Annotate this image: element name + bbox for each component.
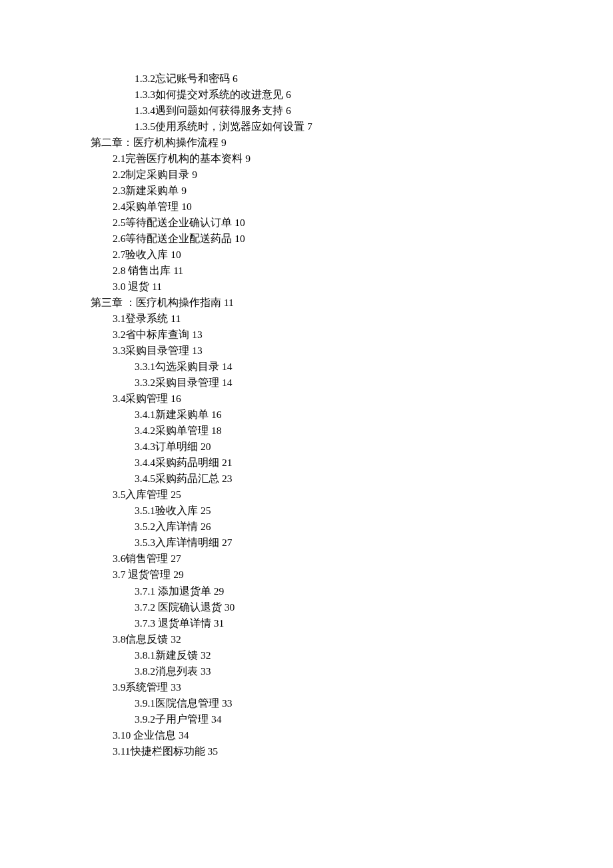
toc-entry-page: 25: [171, 489, 181, 500]
toc-entry: 2.8 销售出库 11: [91, 263, 530, 279]
toc-entry-title: 企业信息: [133, 729, 176, 741]
toc-entry-page: 11: [224, 297, 234, 308]
toc-entry-number: 3.3.1: [135, 361, 155, 372]
toc-entry-page: 35: [207, 745, 218, 757]
toc-entry-title: 新建采购单: [125, 185, 179, 196]
toc-entry-number: 1.3.3: [135, 89, 155, 100]
toc-entry: 3.11快捷栏图标功能 35: [91, 743, 530, 759]
toc-entry-page: 33: [201, 665, 211, 677]
toc-entry: 2.5等待配送企业确认订单 10: [91, 215, 530, 231]
toc-entry: 1.3.4遇到问题如何获得服务支持 6: [91, 103, 530, 119]
toc-entry-page: 29: [214, 585, 225, 597]
toc-entry-page: 16: [171, 393, 181, 404]
toc-entry: 3.7.3 退货单详情 31: [91, 615, 530, 631]
toc-entry: 3.2省中标库查询 13: [91, 327, 530, 343]
toc-entry: 3.5.2入库详情 26: [91, 519, 530, 535]
toc-entry-title: 采购单管理: [155, 425, 209, 436]
toc-entry-number: 1.3.4: [135, 105, 155, 116]
toc-entry-number: 3.11: [113, 745, 131, 757]
toc-entry-page: 31: [214, 617, 225, 629]
toc-entry-title: 遇到问题如何获得服务支持: [155, 105, 283, 116]
toc-entry: 3.5.1验收入库 25: [91, 503, 530, 519]
toc-entry-title: 销售管理: [125, 553, 168, 564]
toc-entry-page: 7: [307, 121, 312, 132]
toc-entry: 1.3.3如何提交对系统的改进意见 6: [91, 87, 530, 103]
toc-entry: 3.9系统管理 33: [91, 679, 530, 695]
toc-entry: 1.3.2忘记账号和密码 6: [91, 71, 530, 87]
toc-entry-page: 11: [173, 265, 183, 276]
toc-entry: 3.8.2消息列表 33: [91, 663, 530, 679]
toc-entry-number: 2.8: [113, 265, 128, 276]
toc-entry: 3.7.1 添加退货单 29: [91, 583, 530, 599]
toc-entry-page: 10: [181, 201, 192, 212]
toc-entry-number: 2.1: [113, 153, 125, 164]
toc-entry-number: 2.3: [113, 185, 125, 196]
toc-entry-page: 26: [201, 521, 211, 532]
toc-entry-number: 3.4.1: [135, 409, 155, 420]
toc-entry-page: 14: [222, 361, 233, 372]
toc-entry-title: 省中标库查询: [125, 329, 189, 340]
toc-entry: 3.4采购管理 16: [91, 391, 530, 407]
toc-entry: 3.4.4采购药品明细 21: [91, 455, 530, 471]
toc-entry: 3.4.5采购药品汇总 23: [91, 471, 530, 487]
toc-entry-number: 3.7.3: [135, 617, 158, 629]
toc-entry: 2.7验收入库 10: [91, 247, 530, 263]
toc-entry-number: 3.2: [113, 329, 125, 340]
document-page: 1.3.2忘记账号和密码 61.3.3如何提交对系统的改进意见 61.3.4遇到…: [0, 0, 613, 868]
toc-entry-title: 消息列表: [155, 665, 198, 677]
toc-entry-title: 验收入库: [125, 249, 168, 260]
toc-entry-title: 第二章：医疗机构操作流程: [91, 137, 219, 148]
toc-entry: 2.6等待配送企业配送药品 10: [91, 231, 530, 247]
toc-entry: 第二章：医疗机构操作流程 9: [91, 135, 530, 151]
toc-entry-page: 34: [211, 713, 222, 725]
toc-entry-page: 25: [201, 505, 211, 516]
toc-entry-number: 1.3.2: [135, 73, 155, 84]
toc-entry-page: 32: [171, 633, 181, 645]
toc-entry-number: 2.7: [113, 249, 125, 260]
toc-entry-title: 采购药品明细: [155, 457, 219, 468]
toc-entry: 3.5.3入库详情明细 27: [91, 535, 530, 551]
toc-entry-number: 3.4.2: [135, 425, 155, 436]
toc-entry-page: 10: [235, 233, 245, 244]
toc-entry-title: 使用系统时，浏览器应如何设置: [155, 121, 305, 132]
toc-entry-page: 21: [222, 457, 233, 468]
toc-entry: 3.9.1医院信息管理 33: [91, 695, 530, 711]
toc-entry-number: 3.8.1: [135, 649, 155, 661]
toc-entry-page: 34: [179, 729, 189, 741]
toc-entry-title: 采购管理: [125, 393, 168, 404]
toc-entry: 3.3.2采购目录管理 14: [91, 375, 530, 391]
toc-entry-page: 9: [221, 137, 227, 148]
toc-entry-page: 18: [211, 425, 222, 436]
toc-entry-page: 30: [225, 601, 235, 613]
toc-entry-page: 16: [211, 409, 222, 420]
toc-entry-page: 10: [171, 249, 181, 260]
toc-entry-title: 新建采购单: [155, 409, 209, 420]
toc-entry: 3.7 退货管理 29: [91, 567, 530, 583]
toc-entry-page: 33: [222, 697, 233, 709]
toc-entry-title: 医院确认退货: [158, 601, 222, 613]
toc-entry-title: 新建反馈: [155, 649, 198, 661]
toc-entry-page: 23: [222, 473, 233, 484]
toc-entry-number: 2.2: [113, 169, 125, 180]
toc-entry: 2.3新建采购单 9: [91, 183, 530, 199]
table-of-contents: 1.3.2忘记账号和密码 61.3.3如何提交对系统的改进意见 61.3.4遇到…: [91, 71, 530, 759]
toc-entry-title: 采购目录管理: [155, 377, 219, 388]
toc-entry-title: 退货管理: [128, 569, 171, 580]
toc-entry-number: 2.5: [113, 217, 125, 228]
toc-entry: 2.1完善医疗机构的基本资料 9: [91, 151, 530, 167]
toc-entry-number: 3.4.4: [135, 457, 155, 468]
toc-entry: 第三章 ：医疗机构操作指南 11: [91, 295, 530, 311]
toc-entry-number: 3.6: [113, 553, 125, 564]
toc-entry-title: 退货单详情: [158, 617, 211, 629]
toc-entry-page: 27: [222, 537, 233, 548]
toc-entry-title: 等待配送企业配送药品: [125, 233, 232, 244]
toc-entry-title: 验收入库: [155, 505, 198, 516]
toc-entry-title: 入库管理: [125, 489, 168, 500]
toc-entry-number: 1.3.5: [135, 121, 155, 132]
toc-entry-number: 3.5.1: [135, 505, 155, 516]
toc-entry-title: 销售出库: [128, 265, 171, 276]
toc-entry-number: 3.8.2: [135, 665, 155, 677]
toc-entry-page: 13: [192, 345, 203, 356]
toc-entry-page: 29: [173, 569, 184, 580]
toc-entry-title: 采购目录管理: [125, 345, 189, 356]
